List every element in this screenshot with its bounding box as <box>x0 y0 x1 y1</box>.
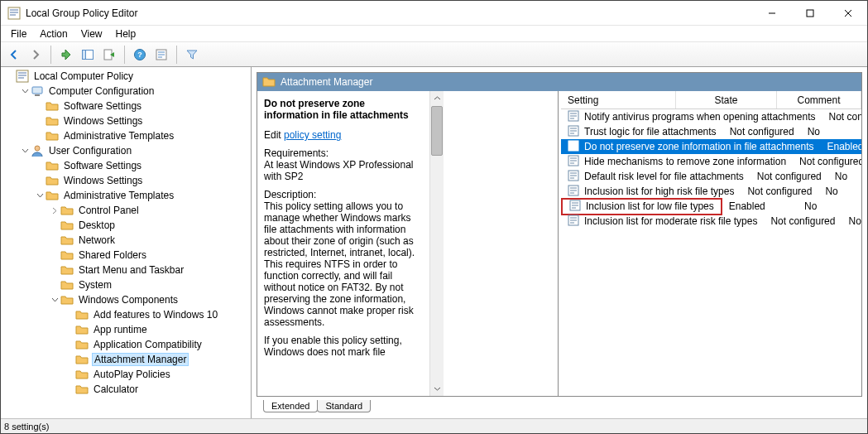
menu-file[interactable]: File <box>4 27 33 41</box>
setting-row[interactable]: Do not preserve zone information in file… <box>561 139 861 154</box>
folder-icon <box>46 174 59 187</box>
tree-label: Desktop <box>77 219 117 231</box>
folder-icon <box>60 204 74 217</box>
tree-twisty-icon[interactable] <box>19 88 31 95</box>
comment-cell: No <box>798 200 861 212</box>
setting-cell: Inclusion list for high risk file types <box>561 185 741 199</box>
tab-standard[interactable]: Standard <box>317 400 371 412</box>
tree-control-panel[interactable]: Control Panel <box>1 203 251 218</box>
filter-button[interactable] <box>182 45 202 65</box>
folder-icon <box>60 219 74 232</box>
tree-label: Calculator <box>92 383 140 395</box>
tree-label: App runtime <box>92 324 149 335</box>
tree-calculator[interactable]: Calculator <box>1 382 251 397</box>
setting-row[interactable]: Default risk level for file attachmentsN… <box>561 169 861 184</box>
col-header-state[interactable]: State <box>676 91 777 108</box>
tree-twisty-icon[interactable] <box>19 147 31 155</box>
tree-shared-folders[interactable]: Shared Folders <box>1 248 251 263</box>
settings-list[interactable]: Notify antivirus programs when opening a… <box>561 109 861 396</box>
description-scrollbar[interactable] <box>429 91 444 396</box>
export-list-button[interactable] <box>99 45 119 65</box>
status-text: 8 setting(s) <box>4 422 49 432</box>
folder-icon <box>75 323 89 336</box>
state-cell: Not configured <box>793 156 861 167</box>
menu-help[interactable]: Help <box>109 27 143 41</box>
scroll-up-button[interactable] <box>430 91 444 105</box>
tree-windows-components[interactable]: Windows Components <box>1 292 251 307</box>
close-button[interactable] <box>829 1 867 25</box>
setting-row[interactable]: Hide mechanisms to remove zone informati… <box>561 154 861 169</box>
computer-icon <box>31 84 44 98</box>
menu-view[interactable]: View <box>74 27 109 41</box>
policy-setting-link[interactable]: policy setting <box>284 129 341 141</box>
setting-name: Do not preserve zone information in file… <box>584 141 813 152</box>
menu-action[interactable]: Action <box>33 27 74 41</box>
tree-computer-config[interactable]: Computer Configuration <box>1 84 251 99</box>
comment-cell: No <box>828 171 861 182</box>
tree-twisty-icon[interactable] <box>49 297 60 304</box>
forward-button[interactable] <box>26 45 46 65</box>
tree-cc-software[interactable]: Software Settings <box>1 99 251 113</box>
setting-row[interactable]: Notify antivirus programs when opening a… <box>561 109 861 124</box>
scroll-down-button[interactable] <box>430 382 444 396</box>
setting-row[interactable]: Trust logic for file attachmentsNot conf… <box>561 124 861 139</box>
tree-user-config[interactable]: User Configuration <box>1 143 251 158</box>
setting-icon <box>569 200 581 214</box>
right-pane: Attachment Manager Do not preserve zone … <box>252 67 867 418</box>
state-cell: Not configured <box>764 215 842 227</box>
properties-button[interactable] <box>151 45 171 65</box>
tree-add-features[interactable]: Add features to Windows 10 <box>1 307 251 322</box>
setting-icon <box>568 155 579 169</box>
tree-app-runtime[interactable]: App runtime <box>1 322 251 337</box>
tree-uc-admin[interactable]: Administrative Templates <box>1 188 251 203</box>
tree-network[interactable]: Network <box>1 233 251 248</box>
scroll-track[interactable] <box>430 157 444 382</box>
help-button[interactable]: ? <box>130 45 150 65</box>
minimize-button[interactable] <box>753 1 791 25</box>
tree-twisty-icon[interactable] <box>34 192 46 200</box>
scroll-thumb[interactable] <box>431 106 443 156</box>
tree-autoplay[interactable]: AutoPlay Policies <box>1 367 251 382</box>
tree-cc-windows[interactable]: Windows Settings <box>1 113 251 128</box>
tree-uc-windows[interactable]: Windows Settings <box>1 173 251 188</box>
setting-row[interactable]: Inclusion list for moderate risk file ty… <box>561 214 861 229</box>
up-button[interactable] <box>56 45 76 65</box>
setting-name: Inclusion list for low file types <box>586 200 714 212</box>
folder-icon <box>60 248 74 262</box>
setting-cell: Inclusion list for low file types <box>561 198 722 215</box>
show-hide-console-tree-button[interactable] <box>78 45 98 65</box>
folder-icon <box>75 383 89 396</box>
tree-app-compat[interactable]: Application Compatibility <box>1 337 251 352</box>
settings-list-pane: Setting State Comment Notify antivirus p… <box>561 91 861 396</box>
tree: Local Computer PolicyComputer Configurat… <box>1 69 251 397</box>
tree-root[interactable]: Local Computer Policy <box>1 69 251 84</box>
tree-label: Software Settings <box>62 160 143 171</box>
folder-icon <box>60 293 74 306</box>
col-header-setting[interactable]: Setting <box>561 91 676 108</box>
tree-attachment-manager[interactable]: Attachment Manager <box>1 352 251 367</box>
setting-icon <box>568 125 579 139</box>
col-header-comment[interactable]: Comment <box>777 91 861 108</box>
tree-system[interactable]: System <box>1 277 251 292</box>
back-button[interactable] <box>4 45 24 65</box>
tree-scroll[interactable]: Local Computer PolicyComputer Configurat… <box>1 67 251 418</box>
setting-row[interactable]: Inclusion list for high risk file typesN… <box>561 184 861 199</box>
tab-extended[interactable]: Extended <box>263 400 318 412</box>
tree-twisty-icon[interactable] <box>49 207 60 215</box>
folder-icon <box>46 129 59 142</box>
tree-cc-admin[interactable]: Administrative Templates <box>1 128 251 143</box>
tree-start-menu[interactable]: Start Menu and Taskbar <box>1 263 251 277</box>
maximize-button[interactable] <box>791 1 829 25</box>
svg-rect-9 <box>32 87 42 94</box>
toolbar-separator <box>176 46 177 64</box>
main-area: Local Computer PolicyComputer Configurat… <box>1 67 867 418</box>
tree-uc-software[interactable]: Software Settings <box>1 158 251 173</box>
setting-row[interactable]: Inclusion list for low file typesEnabled… <box>561 199 861 214</box>
folder-icon <box>46 114 59 128</box>
details-header: Attachment Manager <box>257 73 861 91</box>
setting-name: Inclusion list for high risk file types <box>584 186 734 197</box>
description-scroll[interactable]: Do not preserve zone information in file… <box>264 98 423 389</box>
state-cell: Enabled <box>820 141 861 152</box>
description-container: Do not preserve zone information in file… <box>257 91 558 396</box>
tree-desktop[interactable]: Desktop <box>1 218 251 233</box>
